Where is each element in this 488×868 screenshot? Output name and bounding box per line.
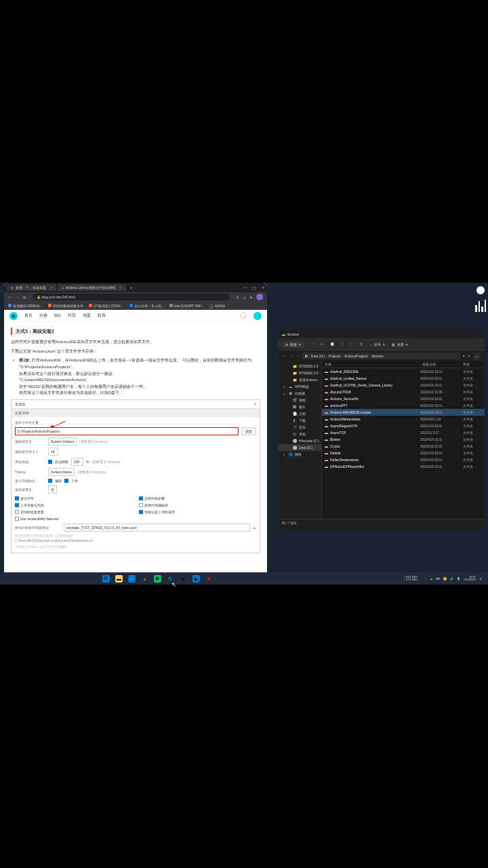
- tab-close-icon[interactable]: ×: [50, 285, 52, 290]
- notification-icon[interactable]: ◔: [479, 577, 481, 580]
- user-avatar[interactable]: [253, 312, 262, 320]
- share-icon[interactable]: ⇪: [236, 295, 239, 300]
- browse-button[interactable]: 浏览: [241, 427, 256, 435]
- nav-douyin[interactable]: 抖音: [68, 313, 76, 319]
- forward-icon[interactable]: →: [289, 354, 293, 358]
- file-row[interactable]: ▬Adafruit_Unified_Sensor2022/4/19 22:01文…: [322, 375, 485, 382]
- checkbox[interactable]: [15, 496, 19, 500]
- nav-category[interactable]: 分类: [39, 313, 47, 319]
- editor-lang-select[interactable]: System Default: [48, 437, 77, 446]
- new-tab-icon[interactable]: +: [130, 285, 132, 290]
- file-row[interactable]: ▬AsyncTCP2022/5/1 0:27文件夹: [322, 429, 485, 436]
- browser-tab[interactable]: ◆ 百度一下，你就知道 ×: [7, 284, 56, 291]
- col-date[interactable]: 修改日期: [422, 363, 463, 366]
- sidebar-item[interactable]: ▸☁WPS网盘: [278, 383, 321, 390]
- checkbox[interactable]: [139, 503, 143, 507]
- dropdown-icon[interactable]: ▾: [463, 354, 465, 358]
- up-icon[interactable]: ↑: [297, 354, 299, 358]
- checkbox[interactable]: [15, 503, 19, 507]
- checkbox[interactable]: [15, 517, 19, 521]
- checkbox[interactable]: [139, 496, 143, 500]
- file-row[interactable]: ▬Crypto2022/6/16 22:25文件夹: [322, 443, 485, 450]
- file-row[interactable]: ▬Dabble2022/4/19 22:01文件夹: [322, 450, 485, 456]
- breadcrumb-item[interactable]: Projects: [328, 354, 340, 358]
- wechat-icon[interactable]: ◉: [154, 575, 161, 583]
- store-icon[interactable]: ▫: [128, 575, 136, 583]
- volume-icon[interactable]: 🔊: [450, 577, 453, 580]
- bookmark-item[interactable]: ◯GitHub: [209, 304, 226, 308]
- extensions-icon[interactable]: ✦: [249, 295, 253, 300]
- verbose-upload-checkbox[interactable]: [64, 479, 68, 483]
- sidebar-item[interactable]: ▸🌐网络: [278, 451, 321, 458]
- file-row[interactable]: ▬DFRobotDFPlayerMini2022/4/19 22:01文件夹: [322, 463, 485, 470]
- bookmark-item[interactable]: (17条消息) CSDN ...: [89, 304, 124, 308]
- file-row[interactable]: ▬Arduino_SensorKit2022/4/19 22:01文件夹: [322, 395, 485, 402]
- sidebar-item[interactable]: 🎵音乐: [278, 424, 321, 431]
- tray-expand-icon[interactable]: ^: [425, 577, 426, 580]
- file-row[interactable]: ▬arduinoFFT2022/4/19 22:01文件夹: [322, 402, 485, 409]
- new-button[interactable]: ⊕ 新建 ▾: [282, 341, 304, 348]
- tab-close-icon[interactable]: ×: [120, 285, 122, 290]
- cut-icon[interactable]: ✂: [311, 342, 314, 347]
- copy-icon[interactable]: ⧉: [321, 342, 323, 347]
- chrome-icon[interactable]: ●: [180, 575, 187, 583]
- bookmark-item[interactable]: 百度翻译-200种语...: [8, 304, 43, 308]
- url-bar[interactable]: 🔒 blog.yyzt.site/140.html: [33, 294, 230, 300]
- battery-icon[interactable]: 🔋: [457, 577, 460, 580]
- sidebar-item[interactable]: 💽Data (D:): [278, 444, 321, 451]
- input-icon[interactable]: ⌨: [436, 577, 440, 580]
- col-type[interactable]: 类型: [463, 363, 482, 366]
- reload-icon[interactable]: ⟳: [23, 295, 26, 300]
- board-url-input[interactable]: package_TYZT_STM32_V2.0.0_All_index.json: [64, 524, 250, 532]
- star-icon[interactable]: ☆: [243, 295, 246, 300]
- file-row[interactable]: ▬AsyncElegantOTA2022/4/19 22:01文件夹: [322, 422, 485, 429]
- sketchbook-path-input[interactable]: D:\Projects\ArduinoProjects\: [15, 427, 239, 435]
- breadcrumb-item[interactable]: libraries: [372, 354, 384, 358]
- sidebar-item[interactable]: 📁百度Arduino: [278, 376, 321, 383]
- back-icon[interactable]: ←: [282, 354, 285, 358]
- paste-icon[interactable]: 📋: [330, 342, 334, 347]
- close-icon[interactable]: ×: [262, 285, 264, 290]
- file-row[interactable]: ▬Arduino-MAX30100-master2022/4/19 22:01文…: [322, 409, 485, 416]
- scale-input[interactable]: 100: [71, 458, 83, 466]
- minimize-icon[interactable]: —: [243, 285, 247, 290]
- sidebar-item[interactable]: 🖼图片: [278, 403, 321, 410]
- sidebar-item[interactable]: 📁STM32f2.3.0: [278, 370, 321, 376]
- bookmark-item[interactable]: 金山文档 - 多人实...: [129, 304, 164, 308]
- widget-icon[interactable]: [476, 286, 485, 294]
- sidebar-item[interactable]: 📄文档: [278, 410, 321, 417]
- sidebar-item[interactable]: 📁STM32f2.2.0: [278, 363, 321, 370]
- file-row[interactable]: ▬Adafruit_VC0706_Serial_Camera_Library20…: [322, 382, 485, 389]
- view-button[interactable]: ▦ 查看 ▾: [392, 342, 408, 347]
- bookmark-item[interactable]: start [USART HMI...: [169, 304, 204, 308]
- dialog-close-icon[interactable]: ×: [254, 401, 256, 407]
- back-icon[interactable]: ←: [8, 295, 12, 299]
- more-icon[interactable]: …: [477, 342, 481, 347]
- search-icon[interactable]: ⌕: [240, 313, 247, 319]
- profile-avatar[interactable]: [256, 294, 263, 300]
- onedrive-icon[interactable]: ☁: [430, 577, 432, 580]
- theme-select[interactable]: Default theme: [48, 468, 75, 476]
- vscode-icon[interactable]: ◣: [192, 575, 200, 583]
- bookmark-item[interactable]: 在线转换器转换文件: [48, 304, 83, 308]
- sort-button[interactable]: ↕ 排序 ▾: [370, 342, 385, 347]
- checkbox[interactable]: [15, 510, 19, 514]
- sidebar-item[interactable]: ⬇下载: [278, 417, 321, 424]
- app-icon[interactable]: ▲: [141, 575, 148, 583]
- checkbox[interactable]: [139, 510, 143, 514]
- file-row[interactable]: ▬DallasTemperature2022/4/19 22:01文件夹: [322, 456, 485, 463]
- file-row[interactable]: ▬Adafruit_SSD13062022/4/19 22:01文件夹: [322, 368, 485, 375]
- share-icon[interactable]: ⇪: [350, 342, 353, 347]
- nav-contact[interactable]: 联系: [98, 313, 106, 319]
- nav-taobao[interactable]: 淘宝: [83, 313, 91, 319]
- nav-home[interactable]: 首页: [24, 313, 33, 319]
- sidebar-item[interactable]: 🎬视频: [278, 397, 321, 403]
- warn-select[interactable]: 无: [48, 486, 57, 494]
- wifi-icon[interactable]: 📶: [443, 577, 447, 580]
- breadcrumb[interactable]: 🖥› Data (D:)› Projects› ArduinoProjects›…: [302, 353, 461, 359]
- search-icon[interactable]: ⌕: [473, 353, 481, 359]
- clock[interactable]: 16:37 2022/6/26: [464, 576, 476, 582]
- rename-icon[interactable]: ✎: [341, 342, 344, 347]
- record-icon[interactable]: ◉: [205, 575, 213, 583]
- file-row[interactable]: ▬AliyunIoTSDK2022/6/16 21:39文件夹: [322, 389, 485, 395]
